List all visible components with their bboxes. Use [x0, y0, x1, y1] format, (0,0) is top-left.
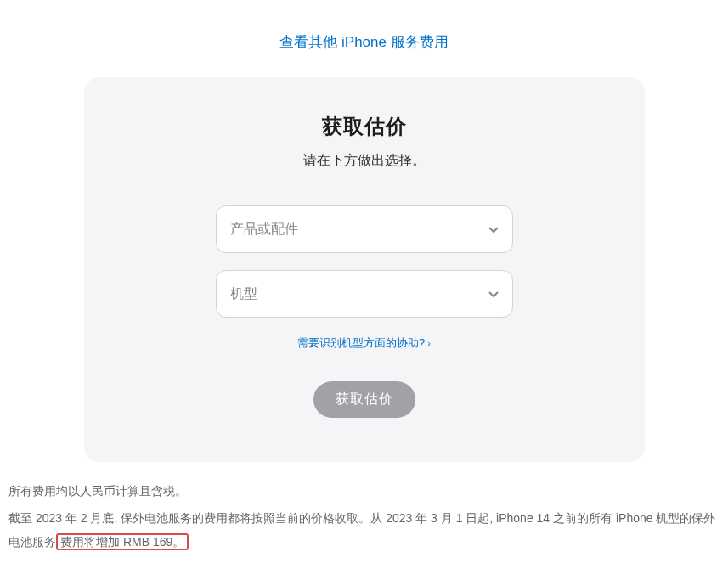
footer-line-2: 截至 2023 年 2 月底, 保外电池服务的费用都将按照当前的价格收取。从 2…: [8, 506, 720, 554]
card-subtitle: 请在下方做出选择。: [127, 152, 602, 170]
card-title: 获取估价: [127, 113, 602, 140]
footer-notes: 所有费用均以人民币计算且含税。 截至 2023 年 2 月底, 保外电池服务的费…: [0, 462, 728, 554]
estimate-card: 获取估价 请在下方做出选择。 产品或配件 机型 需要识别机型方面的协助?› 获取…: [84, 77, 645, 462]
identify-model-help-link[interactable]: 需要识别机型方面的协助?›: [297, 336, 431, 349]
help-link-text: 需要识别机型方面的协助?: [297, 336, 425, 349]
model-select-placeholder: 机型: [230, 285, 257, 303]
model-select[interactable]: 机型: [216, 270, 513, 318]
product-select-placeholder: 产品或配件: [230, 221, 298, 239]
price-increase-highlight: 费用将增加 RMB 169。: [56, 533, 189, 550]
product-select[interactable]: 产品或配件: [216, 205, 513, 253]
other-services-link[interactable]: 查看其他 iPhone 服务费用: [279, 34, 448, 50]
chevron-right-icon: ›: [427, 338, 431, 348]
footer-line-1: 所有费用均以人民币计算且含税。: [8, 479, 720, 503]
get-estimate-button[interactable]: 获取估价: [313, 381, 415, 418]
